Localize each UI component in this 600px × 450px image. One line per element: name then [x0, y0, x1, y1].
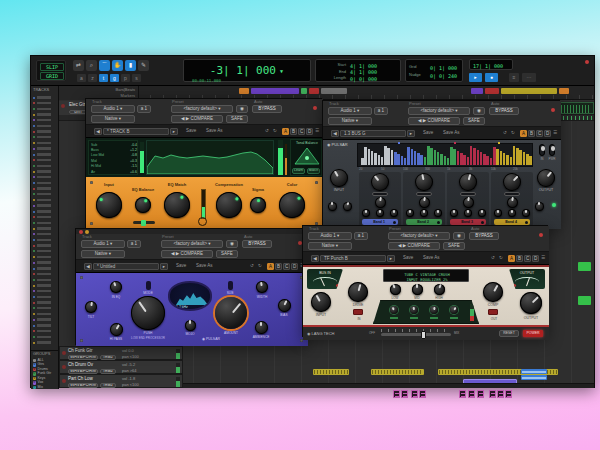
preset-slot-a[interactable]: A [282, 128, 289, 135]
bypass-button[interactable]: BYPASS [489, 107, 519, 115]
preset-slot-b[interactable]: B [528, 130, 535, 137]
tracks-list-item[interactable] [32, 186, 58, 191]
knob[interactable] [420, 209, 428, 217]
menu-icon[interactable]: ☰ [541, 256, 548, 262]
tracks-list-panel[interactable]: TRACKS [31, 86, 59, 350]
save-button[interactable]: Save [403, 256, 421, 262]
knob[interactable] [278, 299, 291, 312]
bypass-button[interactable]: BYPASS [242, 240, 272, 248]
insert-position[interactable]: a 1 [137, 105, 151, 113]
track-selector[interactable]: Audio 1 ▾ [308, 232, 352, 240]
transport-b-button[interactable]: ● [485, 73, 498, 82]
save-as-button[interactable]: Save As [443, 131, 467, 137]
compare-button[interactable]: ◀ ▶ COMPARE [388, 242, 440, 250]
format-selector[interactable]: Native ▾ [308, 242, 352, 250]
ruler-marker[interactable] [471, 88, 483, 94]
tool2-2-button[interactable]: t [99, 74, 108, 82]
preset-next-button[interactable]: ▸ [387, 255, 395, 262]
menu-icon[interactable]: ☰ [315, 129, 322, 135]
clip-yellow[interactable] [371, 369, 424, 375]
tool-5-icon[interactable]: ✎ [138, 60, 149, 71]
compare-button[interactable]: ◀ ▶ COMPARE [408, 117, 460, 125]
undo-icon[interactable]: ↺ [265, 129, 272, 135]
track-header-row[interactable]: Part Ch LowWAVEFORMreadvol -1.8pan <100 [59, 374, 183, 388]
tracks-list-item[interactable] [32, 135, 58, 140]
clip-midi-pink[interactable] [393, 390, 400, 398]
slider-handle[interactable] [141, 220, 146, 226]
tracks-list-item[interactable] [32, 283, 58, 288]
preset-prev-button[interactable]: ◀ [331, 130, 339, 137]
knob[interactable] [478, 209, 486, 217]
preset-name[interactable]: TF Punch B [320, 255, 386, 262]
track-header-row[interactable]: Ch Funk GtrWAVEFORMreadvol 0.0pan <100 [59, 346, 183, 360]
track-auto-chip[interactable]: read [100, 383, 116, 388]
tracks-list-item[interactable] [32, 203, 58, 208]
knob[interactable] [415, 173, 433, 191]
target-icon[interactable] [313, 106, 317, 110]
knob[interactable] [279, 192, 305, 218]
record-icon[interactable] [62, 351, 66, 355]
redo-icon[interactable]: ↻ [511, 131, 518, 137]
tracks-list-item[interactable] [32, 317, 58, 322]
tracks-list-item[interactable] [32, 277, 58, 282]
preset-name[interactable]: * TRACK B [103, 128, 169, 135]
knob[interactable] [412, 284, 423, 295]
group-item[interactable]: cFunk Gtr [32, 372, 58, 376]
tool-3-icon[interactable]: ✋ [112, 60, 123, 71]
undo-icon[interactable]: ↺ [491, 256, 498, 262]
tracks-list-item[interactable] [32, 272, 58, 277]
track-view-chip[interactable]: WAVEFORM [68, 383, 98, 388]
preset-slot-a[interactable]: A [520, 130, 527, 137]
knob[interactable] [215, 297, 247, 329]
auto-enable-button[interactable]: ◉ [236, 105, 248, 113]
ruler-marker[interactable] [559, 88, 569, 94]
ruler-marker[interactable] [239, 88, 249, 94]
tracks-list-item[interactable] [32, 95, 58, 100]
knob[interactable] [450, 209, 458, 217]
record-icon[interactable] [62, 379, 66, 383]
track-view-chip[interactable]: WAVEFORM [68, 369, 98, 374]
knob[interactable] [390, 209, 398, 217]
ruler-marker[interactable] [501, 88, 557, 94]
knob[interactable] [250, 197, 266, 213]
preset-slot-c[interactable]: C [298, 128, 305, 135]
track-auto-chip[interactable]: read [100, 369, 116, 374]
track-auto-chip[interactable]: read [100, 355, 116, 360]
main-counter[interactable]: -3| 1| 000▼00:00:11.000 [183, 59, 311, 82]
preset-selector[interactable]: <factory default> ▾ [161, 240, 223, 248]
knob[interactable] [110, 323, 123, 336]
ruler-marker[interactable] [309, 88, 319, 94]
preset-next-button[interactable]: ▸ [170, 128, 178, 135]
group-item[interactable]: fMix [32, 385, 58, 389]
tracks-list-item[interactable] [32, 249, 58, 254]
track-selector[interactable]: Audio 1 ▾ [81, 240, 125, 248]
band-value-chip[interactable] [504, 192, 520, 196]
knob[interactable] [390, 306, 398, 314]
tracks-list-item[interactable] [32, 152, 58, 157]
tool2-0-button[interactable]: a [77, 74, 86, 82]
redo-icon[interactable]: ↻ [273, 129, 280, 135]
tracks-list-item[interactable] [32, 323, 58, 328]
group-item[interactable]: dKeys [32, 376, 58, 380]
ruler-marker[interactable] [301, 88, 307, 94]
mix-slider-track[interactable] [381, 333, 451, 336]
preset-slot-d[interactable]: D [532, 255, 539, 262]
knob[interactable] [494, 209, 502, 217]
tracks-list-item[interactable] [32, 306, 58, 311]
tool2-5-button[interactable]: s [132, 74, 141, 82]
knob[interactable] [185, 320, 196, 331]
balance-learn-button[interactable]: Learn [292, 168, 305, 174]
knob[interactable] [85, 301, 97, 313]
knob[interactable] [537, 169, 555, 187]
insert-position[interactable]: a 1 [354, 232, 368, 240]
save-as-button[interactable]: Save As [206, 129, 230, 135]
knob[interactable] [430, 306, 438, 314]
tracks-list-item[interactable] [32, 220, 58, 225]
track-selector[interactable]: Audio 1 ▾ [91, 105, 135, 113]
tracks-list-item[interactable] [32, 158, 58, 163]
target-icon[interactable] [539, 233, 543, 237]
track-name[interactable]: Part Ch Low [68, 377, 118, 383]
preset-slot-c[interactable]: C [524, 255, 531, 262]
redo-icon[interactable]: ↻ [499, 256, 506, 262]
transport-a-button[interactable]: ▸ [469, 73, 482, 82]
